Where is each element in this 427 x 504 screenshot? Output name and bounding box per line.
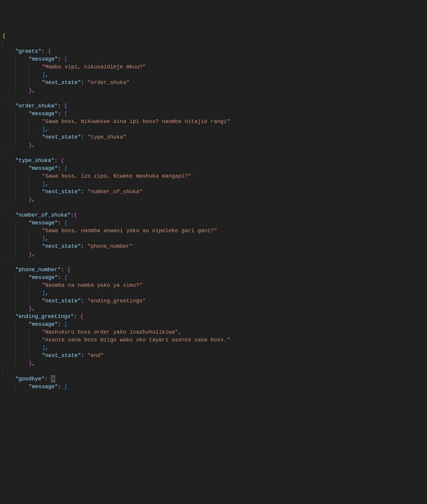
code-line[interactable]: "Mambo vipi, nikusaidieje mkuu?" (0, 63, 427, 71)
code-line[interactable] (0, 40, 427, 47)
code-line[interactable]: ], (0, 289, 427, 297)
code-line[interactable] (0, 149, 427, 157)
code-line[interactable] (0, 367, 427, 375)
code-line[interactable] (0, 94, 427, 102)
code-line[interactable]: "message": [ (0, 383, 427, 391)
code-line[interactable]: "next_state": "ending_greetings" (0, 297, 427, 305)
code-line[interactable]: "ending_greetings": { (0, 313, 427, 320)
code-line[interactable]: }, (0, 250, 427, 258)
code-line[interactable]: "message": [ (0, 110, 427, 118)
code-line[interactable]: "next_state": "phone_number" (0, 242, 427, 250)
code-line[interactable]: "Asante sana boss mzigo wako uko tayari … (0, 336, 427, 344)
code-line[interactable]: "greets": { (0, 47, 427, 55)
code-line[interactable]: ], (0, 235, 427, 242)
cursor-position: { (51, 376, 55, 382)
code-line[interactable]: "order_shuka": { (0, 102, 427, 110)
code-line[interactable]: "phone_number": { (0, 266, 427, 274)
code-line[interactable]: }, (0, 141, 427, 149)
code-line[interactable]: }, (0, 86, 427, 94)
code-line[interactable]: "message": [ (0, 164, 427, 172)
code-line[interactable]: "Sawa boss, izo zipo, Niweke mashuka man… (0, 172, 427, 180)
code-line[interactable]: "Sawa boss, Nikuwekee aina ipi boss? nao… (0, 118, 427, 125)
code-line[interactable]: "next_state": "type_shuka" (0, 133, 427, 141)
code-line[interactable]: ], (0, 344, 427, 352)
code-line[interactable]: "message": [ (0, 219, 427, 227)
code-line[interactable]: "Naomba na namba yako ya simu?" (0, 281, 427, 289)
code-line[interactable]: ], (0, 125, 427, 133)
code-line[interactable] (0, 203, 427, 211)
code-line[interactable]: }, (0, 196, 427, 203)
code-line[interactable]: "next_state": "end" (0, 352, 427, 359)
code-line[interactable]: }, (0, 359, 427, 367)
code-line[interactable]: "number_of_shuka":{ (0, 211, 427, 219)
code-line[interactable]: "goodbye": { (0, 375, 427, 383)
code-line[interactable]: "type_shuka": { (0, 157, 427, 164)
code-line[interactable] (0, 258, 427, 266)
code-line[interactable]: ], (0, 180, 427, 188)
json-code-editor[interactable]: { "greets": { "message": [ "Mambo vipi, … (0, 31, 427, 391)
code-line[interactable]: "Nashukuru boss order yako inashuhulikiw… (0, 328, 427, 336)
code-line[interactable]: }, (0, 305, 427, 313)
code-line[interactable]: "message": [ (0, 274, 427, 281)
code-line[interactable]: "message": [ (0, 320, 427, 328)
code-line[interactable]: "message": [ (0, 55, 427, 63)
code-line[interactable]: ], (0, 71, 427, 79)
code-line[interactable]: { (0, 32, 427, 40)
code-line[interactable]: "next_state": "order_shuka" (0, 79, 427, 86)
code-line[interactable]: "Sawa boss, naomba anwani yako au nipele… (0, 227, 427, 235)
code-line[interactable]: "next_state": "number_of_shuka" (0, 188, 427, 196)
